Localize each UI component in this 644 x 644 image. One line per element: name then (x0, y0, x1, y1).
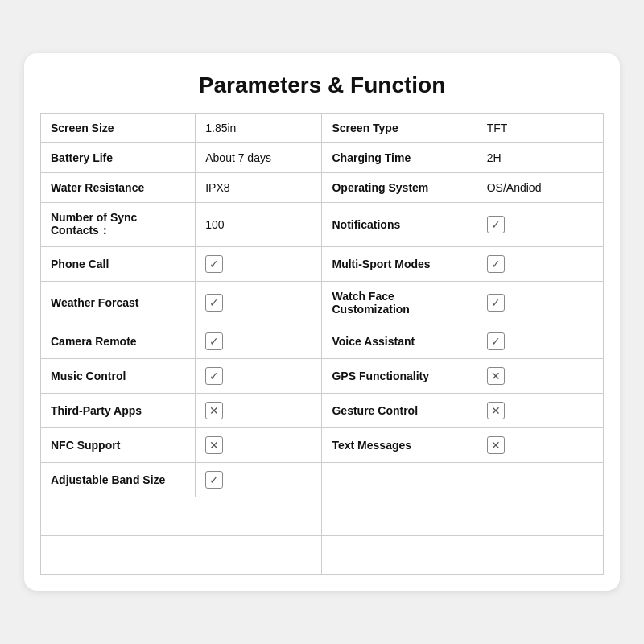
table-row: Phone CallMulti-Sport Modes (41, 247, 604, 282)
table-row (41, 497, 604, 536)
param-value (196, 463, 322, 497)
check-yes-icon (205, 255, 223, 273)
table-row: Water ResistanceIPX8Operating SystemOS/A… (41, 173, 604, 203)
param-label: Camera Remote (41, 324, 196, 359)
param-label: GPS Functionality (322, 359, 477, 394)
check-yes-icon (487, 294, 505, 312)
param-value: 100 (196, 203, 322, 247)
param-label: Multi-Sport Modes (322, 247, 477, 282)
table-row: Number of Sync Contacts：100Notifications (41, 203, 604, 247)
param-value: OS/Andiod (477, 173, 603, 203)
param-label: Music Control (41, 359, 196, 394)
param-label: NFC Support (41, 428, 196, 463)
param-label: Charging Time (322, 143, 477, 173)
table-row (41, 536, 604, 575)
check-yes-icon (205, 471, 223, 489)
param-value (477, 247, 603, 282)
table-row: Screen Size1.85inScreen TypeTFT (41, 114, 604, 143)
param-label: Water Resistance (41, 173, 196, 203)
param-value (196, 359, 322, 394)
param-label: Gesture Control (322, 394, 477, 428)
check-no-icon (205, 436, 223, 454)
parameters-table: Screen Size1.85inScreen TypeTFTBattery L… (40, 113, 604, 575)
parameters-card: Parameters & Function Screen Size1.85inS… (24, 53, 620, 591)
param-label: Voice Assistant (322, 324, 477, 359)
check-yes-icon (205, 294, 223, 312)
check-yes-icon (487, 255, 505, 273)
param-value: IPX8 (196, 173, 322, 203)
param-value: 2H (477, 143, 603, 173)
table-row: Adjustable Band Size (41, 463, 604, 497)
param-label: Text Messages (322, 428, 477, 463)
param-value: About 7 days (196, 143, 322, 173)
param-label: Weather Forcast (41, 282, 196, 324)
param-value (196, 324, 322, 359)
param-label: Screen Size (41, 114, 196, 143)
param-value (477, 282, 603, 324)
param-value (477, 394, 603, 428)
param-label: Third-Party Apps (41, 394, 196, 428)
param-value: TFT (477, 114, 603, 143)
param-label: Number of Sync Contacts： (41, 203, 196, 247)
check-no-icon (205, 402, 223, 419)
check-yes-icon (205, 367, 223, 385)
param-label: Phone Call (41, 247, 196, 282)
table-row: Weather ForcastWatch Face Customization (41, 282, 604, 324)
param-label: Battery Life (41, 143, 196, 173)
param-value (477, 324, 603, 359)
table-row: Third-Party AppsGesture Control (41, 394, 604, 428)
table-row: NFC SupportText Messages (41, 428, 604, 463)
check-no-icon (487, 436, 505, 454)
param-label (322, 463, 477, 497)
param-value (196, 247, 322, 282)
table-row: Battery LifeAbout 7 daysCharging Time2H (41, 143, 604, 173)
check-yes-icon (487, 332, 505, 350)
param-value (477, 203, 603, 247)
param-value (196, 428, 322, 463)
param-value (477, 428, 603, 463)
param-value (196, 282, 322, 324)
check-no-icon (487, 402, 505, 419)
param-value: 1.85in (196, 114, 322, 143)
check-yes-icon (487, 216, 505, 233)
param-label: Operating System (322, 173, 477, 203)
page-title: Parameters & Function (40, 72, 604, 98)
table-row: Music ControlGPS Functionality (41, 359, 604, 394)
param-label: Watch Face Customization (322, 282, 477, 324)
check-no-icon (487, 367, 505, 385)
param-value (477, 463, 603, 497)
param-label: Screen Type (322, 114, 477, 143)
param-value (196, 394, 322, 428)
param-value (477, 359, 603, 394)
check-yes-icon (205, 332, 223, 350)
param-label: Notifications (322, 203, 477, 247)
param-label: Adjustable Band Size (41, 463, 196, 497)
table-row: Camera RemoteVoice Assistant (41, 324, 604, 359)
